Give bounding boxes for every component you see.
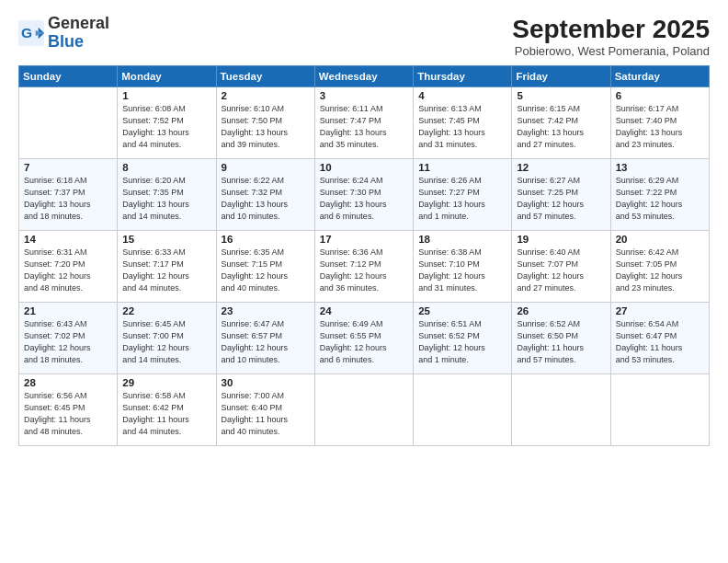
day-number: 23	[222, 305, 310, 316]
day-number: 12	[517, 162, 605, 173]
table-row: 19Sunrise: 6:40 AM Sunset: 7:07 PM Dayli…	[512, 231, 610, 303]
calendar-week-2: 7Sunrise: 6:18 AM Sunset: 7:37 PM Daylig…	[19, 159, 710, 231]
table-row: 3Sunrise: 6:11 AM Sunset: 7:47 PM Daylig…	[314, 87, 413, 159]
calendar-week-4: 21Sunrise: 6:43 AM Sunset: 7:02 PM Dayli…	[19, 303, 710, 374]
day-number: 21	[24, 305, 112, 316]
table-row: 23Sunrise: 6:47 AM Sunset: 6:57 PM Dayli…	[216, 303, 314, 374]
day-info: Sunrise: 6:10 AM Sunset: 7:50 PM Dayligh…	[222, 103, 310, 151]
day-number: 15	[122, 234, 210, 245]
table-row: 9Sunrise: 6:22 AM Sunset: 7:32 PM Daylig…	[216, 159, 314, 231]
day-number: 8	[122, 162, 210, 173]
table-row: 28Sunrise: 6:56 AM Sunset: 6:45 PM Dayli…	[19, 374, 118, 446]
day-info: Sunrise: 6:24 AM Sunset: 7:30 PM Dayligh…	[320, 175, 408, 223]
title-block: September 2025 Pobierowo, West Pomerania…	[512, 15, 710, 58]
table-row: 16Sunrise: 6:35 AM Sunset: 7:15 PM Dayli…	[216, 231, 314, 303]
col-tuesday: Tuesday	[216, 66, 314, 87]
table-row: 11Sunrise: 6:26 AM Sunset: 7:27 PM Dayli…	[414, 159, 512, 231]
day-number: 6	[616, 90, 704, 101]
day-info: Sunrise: 6:58 AM Sunset: 6:42 PM Dayligh…	[122, 390, 210, 438]
day-number: 1	[122, 90, 210, 101]
day-info: Sunrise: 6:31 AM Sunset: 7:20 PM Dayligh…	[24, 247, 112, 294]
calendar-week-1: 1Sunrise: 6:08 AM Sunset: 7:52 PM Daylig…	[19, 87, 710, 159]
day-number: 17	[320, 234, 408, 245]
day-number: 11	[418, 162, 506, 173]
day-number: 27	[616, 305, 704, 316]
table-row: 18Sunrise: 6:38 AM Sunset: 7:10 PM Dayli…	[414, 231, 512, 303]
day-number: 19	[517, 234, 605, 245]
calendar-header-row: Sunday Monday Tuesday Wednesday Thursday…	[19, 66, 710, 87]
table-row: 17Sunrise: 6:36 AM Sunset: 7:12 PM Dayli…	[314, 231, 413, 303]
table-row: 2Sunrise: 6:10 AM Sunset: 7:50 PM Daylig…	[216, 87, 314, 159]
day-info: Sunrise: 6:17 AM Sunset: 7:40 PM Dayligh…	[616, 103, 704, 151]
col-sunday: Sunday	[19, 66, 118, 87]
day-info: Sunrise: 6:18 AM Sunset: 7:37 PM Dayligh…	[24, 175, 112, 223]
col-wednesday: Wednesday	[314, 66, 413, 87]
day-number: 25	[418, 305, 506, 316]
day-info: Sunrise: 6:15 AM Sunset: 7:42 PM Dayligh…	[517, 103, 605, 151]
table-row: 1Sunrise: 6:08 AM Sunset: 7:52 PM Daylig…	[118, 87, 216, 159]
day-info: Sunrise: 6:52 AM Sunset: 6:50 PM Dayligh…	[517, 318, 605, 366]
day-number: 7	[24, 162, 112, 173]
day-info: Sunrise: 6:11 AM Sunset: 7:47 PM Dayligh…	[320, 103, 408, 151]
day-info: Sunrise: 6:29 AM Sunset: 7:22 PM Dayligh…	[616, 175, 704, 223]
page-header: G General Blue September 2025 Pobierowo,…	[18, 15, 710, 58]
svg-text:G: G	[21, 24, 32, 40]
day-number: 16	[222, 234, 310, 245]
table-row: 12Sunrise: 6:27 AM Sunset: 7:25 PM Dayli…	[512, 159, 610, 231]
calendar-table: Sunday Monday Tuesday Wednesday Thursday…	[18, 65, 710, 446]
table-row: 30Sunrise: 7:00 AM Sunset: 6:40 PM Dayli…	[216, 374, 314, 446]
day-number: 29	[122, 377, 210, 388]
day-info: Sunrise: 6:45 AM Sunset: 7:00 PM Dayligh…	[122, 318, 210, 366]
day-info: Sunrise: 6:13 AM Sunset: 7:45 PM Dayligh…	[418, 103, 506, 151]
location-subtitle: Pobierowo, West Pomerania, Poland	[512, 44, 710, 58]
table-row: 6Sunrise: 6:17 AM Sunset: 7:40 PM Daylig…	[610, 87, 709, 159]
table-row: 20Sunrise: 6:42 AM Sunset: 7:05 PM Dayli…	[610, 231, 709, 303]
table-row: 14Sunrise: 6:31 AM Sunset: 7:20 PM Dayli…	[19, 231, 118, 303]
table-row: 27Sunrise: 6:54 AM Sunset: 6:47 PM Dayli…	[610, 303, 709, 374]
day-info: Sunrise: 6:35 AM Sunset: 7:15 PM Dayligh…	[222, 247, 310, 294]
day-info: Sunrise: 6:56 AM Sunset: 6:45 PM Dayligh…	[24, 390, 112, 438]
table-row: 25Sunrise: 6:51 AM Sunset: 6:52 PM Dayli…	[414, 303, 512, 374]
table-row	[314, 374, 413, 446]
day-info: Sunrise: 7:00 AM Sunset: 6:40 PM Dayligh…	[222, 390, 310, 438]
day-number: 24	[320, 305, 408, 316]
day-info: Sunrise: 6:43 AM Sunset: 7:02 PM Dayligh…	[24, 318, 112, 366]
day-number: 30	[222, 377, 310, 388]
table-row: 5Sunrise: 6:15 AM Sunset: 7:42 PM Daylig…	[512, 87, 610, 159]
table-row: 15Sunrise: 6:33 AM Sunset: 7:17 PM Dayli…	[118, 231, 216, 303]
table-row: 13Sunrise: 6:29 AM Sunset: 7:22 PM Dayli…	[610, 159, 709, 231]
day-number: 22	[122, 305, 210, 316]
table-row: 24Sunrise: 6:49 AM Sunset: 6:55 PM Dayli…	[314, 303, 413, 374]
table-row	[512, 374, 610, 446]
table-row: 10Sunrise: 6:24 AM Sunset: 7:30 PM Dayli…	[314, 159, 413, 231]
day-info: Sunrise: 6:40 AM Sunset: 7:07 PM Dayligh…	[517, 247, 605, 294]
day-info: Sunrise: 6:47 AM Sunset: 6:57 PM Dayligh…	[222, 318, 310, 366]
logo-icon: G	[18, 20, 44, 46]
day-info: Sunrise: 6:22 AM Sunset: 7:32 PM Dayligh…	[222, 175, 310, 223]
day-info: Sunrise: 6:33 AM Sunset: 7:17 PM Dayligh…	[122, 247, 210, 294]
day-number: 20	[616, 234, 704, 245]
month-title: September 2025	[512, 15, 710, 44]
day-info: Sunrise: 6:08 AM Sunset: 7:52 PM Dayligh…	[122, 103, 210, 151]
table-row: 26Sunrise: 6:52 AM Sunset: 6:50 PM Dayli…	[512, 303, 610, 374]
day-number: 26	[517, 305, 605, 316]
logo: G General Blue	[18, 15, 109, 52]
day-number: 13	[616, 162, 704, 173]
day-info: Sunrise: 6:20 AM Sunset: 7:35 PM Dayligh…	[122, 175, 210, 223]
day-number: 18	[418, 234, 506, 245]
table-row: 22Sunrise: 6:45 AM Sunset: 7:00 PM Dayli…	[118, 303, 216, 374]
day-number: 4	[418, 90, 506, 101]
day-number: 5	[517, 90, 605, 101]
calendar-week-5: 28Sunrise: 6:56 AM Sunset: 6:45 PM Dayli…	[19, 374, 710, 446]
day-number: 3	[320, 90, 408, 101]
day-info: Sunrise: 6:51 AM Sunset: 6:52 PM Dayligh…	[418, 318, 506, 366]
table-row	[414, 374, 512, 446]
table-row: 8Sunrise: 6:20 AM Sunset: 7:35 PM Daylig…	[118, 159, 216, 231]
day-info: Sunrise: 6:36 AM Sunset: 7:12 PM Dayligh…	[320, 247, 408, 294]
day-number: 14	[24, 234, 112, 245]
day-info: Sunrise: 6:49 AM Sunset: 6:55 PM Dayligh…	[320, 318, 408, 366]
day-info: Sunrise: 6:27 AM Sunset: 7:25 PM Dayligh…	[517, 175, 605, 223]
day-number: 9	[222, 162, 310, 173]
table-row: 21Sunrise: 6:43 AM Sunset: 7:02 PM Dayli…	[19, 303, 118, 374]
col-friday: Friday	[512, 66, 610, 87]
